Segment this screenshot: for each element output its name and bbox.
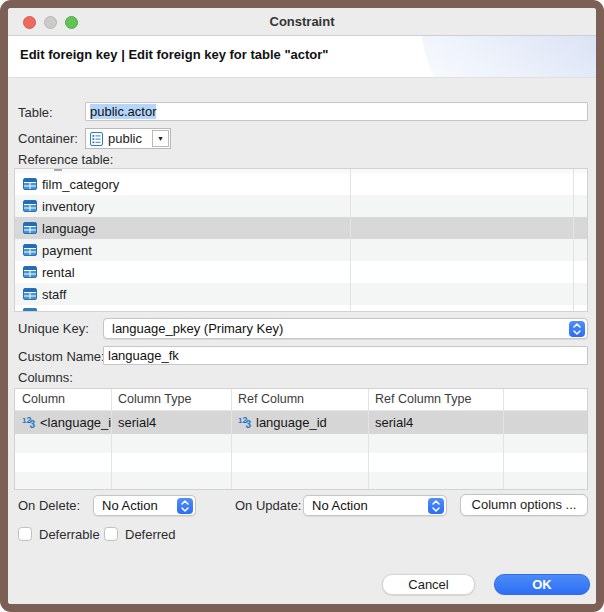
column-header[interactable]: Column: [15, 389, 111, 410]
column-options-button[interactable]: Column options ...: [460, 494, 588, 516]
column-type-cell: serial4: [118, 415, 156, 430]
dropdown-arrow-icon: ▼: [157, 135, 164, 142]
custom-name-value: language_fk: [108, 348, 179, 363]
table-column-divider: [368, 389, 369, 489]
titlebar: Constraint: [8, 8, 596, 36]
table-icon: [23, 288, 37, 300]
list-item-label: payment: [42, 243, 92, 258]
empty-table-row: [15, 434, 587, 453]
clipped-row-fragment: [54, 169, 62, 171]
list-item-language-selected[interactable]: language: [15, 217, 587, 239]
reference-table-list[interactable]: film_category inventory language payment: [14, 168, 588, 312]
close-button[interactable]: [23, 16, 36, 29]
container-dropdown-button[interactable]: ▼: [152, 130, 169, 147]
columns-table-header: Column Column Type Ref Column Ref Column…: [15, 389, 587, 411]
constraint-dialog: Constraint Edit foreign key | Edit forei…: [0, 0, 604, 612]
custom-name-label: Custom Name:: [18, 349, 105, 364]
table-input-value: public.actor: [90, 104, 156, 119]
column-header[interactable]: Ref Column Type: [368, 389, 503, 410]
table-label: Table:: [18, 105, 53, 120]
column-cell: <language_id>: [40, 415, 111, 430]
columns-table-row[interactable]: 123 <language_id> serial4 123 language_i…: [15, 411, 587, 434]
clipped-table-icon: [23, 308, 37, 312]
window-title: Constraint: [8, 8, 596, 35]
list-row-partial-bottom: [15, 305, 587, 312]
custom-name-input[interactable]: language_fk: [103, 346, 588, 365]
deferrable-label: Deferrable: [39, 527, 100, 542]
on-update-label: On Update:: [235, 498, 302, 513]
numeric-type-icon: 123: [22, 416, 37, 430]
on-update-select[interactable]: No Action: [303, 495, 447, 516]
ref-column-cell: language_id: [256, 415, 327, 430]
table-column-divider: [503, 389, 504, 489]
on-delete-label: On Delete:: [18, 498, 80, 513]
list-item-film-category[interactable]: film_category: [15, 173, 587, 195]
table-input[interactable]: public.actor: [85, 102, 588, 121]
zoom-button[interactable]: [65, 16, 78, 29]
list-column-divider: [350, 169, 351, 311]
on-delete-select[interactable]: No Action: [93, 495, 196, 516]
list-item-label: staff: [42, 287, 66, 302]
numeric-type-icon: 123: [238, 416, 253, 430]
schema-icon: [90, 132, 103, 146]
column-header[interactable]: Ref Column: [231, 389, 368, 410]
table-column-divider: [231, 389, 232, 489]
container-combo[interactable]: public ▼: [85, 128, 171, 149]
popup-chevron-icon: [428, 498, 444, 514]
empty-table-row: [15, 472, 587, 490]
unique-key-label: Unique Key:: [18, 321, 89, 336]
table-icon: [23, 200, 37, 212]
popup-chevron-icon: [569, 321, 585, 337]
list-item-label: language: [42, 221, 96, 236]
unique-key-value: language_pkey (Primary Key): [112, 321, 283, 336]
empty-table-row: [15, 453, 587, 472]
container-label: Container:: [18, 131, 78, 146]
reference-table-label: Reference table:: [18, 152, 113, 167]
table-column-divider: [111, 389, 112, 489]
list-item-payment[interactable]: payment: [15, 239, 587, 261]
list-scroll-divider: [573, 169, 574, 311]
ok-button[interactable]: OK: [494, 574, 590, 595]
list-item-label: rental: [42, 265, 75, 280]
dialog-body: Table: public.actor Container: public ▼ …: [8, 78, 596, 604]
traffic-lights: [23, 16, 78, 29]
list-item-label: inventory: [42, 199, 95, 214]
list-item-inventory[interactable]: inventory: [15, 195, 587, 217]
on-delete-value: No Action: [102, 498, 158, 513]
deferred-checkbox[interactable]: [104, 527, 118, 541]
table-icon: [23, 244, 37, 256]
table-icon: [23, 266, 37, 278]
dialog-header: Edit foreign key | Edit foreign key for …: [8, 36, 596, 78]
list-item-label: film_category: [42, 177, 119, 192]
list-item-staff[interactable]: staff: [15, 283, 587, 305]
table-icon: [23, 222, 37, 234]
table-icon: [23, 178, 37, 190]
list-item-rental[interactable]: rental: [15, 261, 587, 283]
deferrable-checkbox[interactable]: [18, 527, 32, 541]
header-corner-decoration: [421, 36, 596, 78]
column-header[interactable]: Column Type: [111, 389, 231, 410]
columns-table[interactable]: Column Column Type Ref Column Ref Column…: [14, 388, 588, 490]
unique-key-select[interactable]: language_pkey (Primary Key): [103, 318, 588, 339]
minimize-button[interactable]: [44, 16, 57, 29]
columns-label: Columns:: [18, 370, 73, 385]
container-value: public: [103, 131, 150, 146]
ref-column-type-cell: serial4: [375, 415, 413, 430]
on-update-value: No Action: [312, 498, 368, 513]
deferred-label: Deferred: [125, 527, 176, 542]
cancel-button[interactable]: Cancel: [382, 574, 475, 595]
dialog-header-title: Edit foreign key | Edit foreign key for …: [20, 47, 329, 62]
popup-chevron-icon: [177, 498, 193, 514]
